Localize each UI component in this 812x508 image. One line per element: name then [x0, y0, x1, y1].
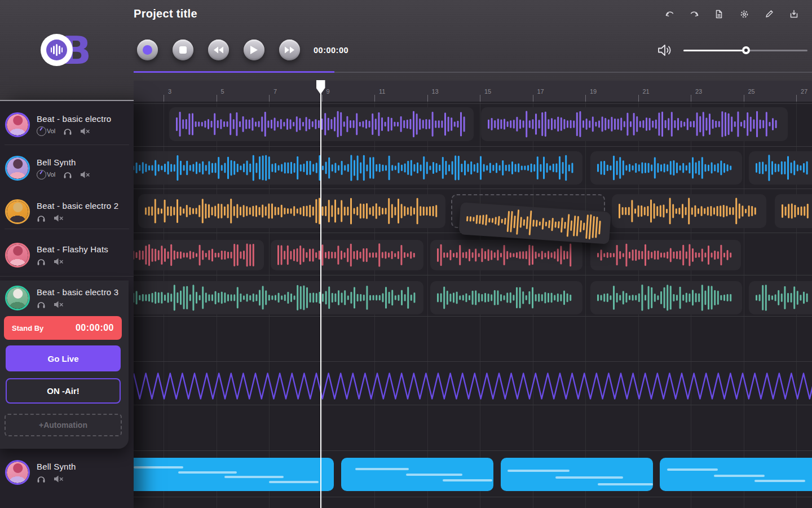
track-name: Beat - basic electro 2: [37, 201, 118, 211]
ruler-tick: [427, 95, 428, 102]
track-row[interactable]: Bell Synth: [0, 460, 134, 500]
midi-note: [443, 479, 492, 481]
add-automation-button[interactable]: +Automation: [5, 414, 122, 436]
midi-note: [224, 476, 284, 478]
mute-icon[interactable]: [81, 128, 90, 135]
audio-clip[interactable]: [138, 194, 445, 228]
track-name: Beat - basic electro 3: [37, 287, 118, 297]
midi-note: [754, 480, 805, 482]
go-live-button[interactable]: Go Live: [6, 345, 121, 371]
automation-wave[interactable]: [134, 373, 812, 400]
stop-button[interactable]: [173, 40, 193, 60]
headphones-icon[interactable]: [37, 214, 46, 222]
ruler-tick-label: 19: [590, 88, 597, 95]
track-row[interactable]: Bell SynthVol: [0, 156, 134, 195]
track-row[interactable]: Beat - basic electro 2: [0, 199, 134, 239]
track-row[interactable]: Beat - basic electro 3: [0, 286, 134, 325]
audio-clip[interactable]: [775, 194, 812, 228]
audio-clip[interactable]: [134, 151, 582, 185]
track-row[interactable]: Beat - basic electroVol: [0, 112, 134, 152]
ruler-tick: [164, 95, 164, 102]
ruler-tick-label: 13: [432, 88, 439, 95]
ruler-tick-label: 15: [484, 88, 491, 95]
transport-progress-bar[interactable]: [134, 71, 334, 73]
audio-clip[interactable]: [749, 281, 812, 314]
midi-note: [667, 468, 718, 471]
audio-clip[interactable]: [134, 240, 264, 270]
ruler-tick-label: 23: [695, 88, 702, 95]
save-icon[interactable]: [789, 9, 799, 19]
transport-progress-track[interactable]: [334, 72, 812, 73]
sidebar-divider: [5, 144, 129, 145]
time-display: 00:00:00: [314, 46, 348, 55]
midi-note: [555, 476, 623, 479]
volume-slider-thumb[interactable]: [742, 46, 750, 54]
rewind-button[interactable]: [208, 40, 229, 60]
audio-clip[interactable]: [481, 107, 788, 141]
playhead-line[interactable]: [320, 80, 321, 508]
volume-knob[interactable]: [37, 170, 46, 179]
sidebar-divider: [5, 229, 129, 229]
midi-clip[interactable]: [341, 458, 493, 491]
timeline-ruler[interactable]: 3579111315171921232527: [134, 81, 812, 102]
mute-icon[interactable]: [54, 258, 64, 265]
sidebar-divider: [0, 276, 134, 277]
record-button[interactable]: [137, 40, 158, 60]
forward-button[interactable]: [279, 40, 300, 60]
audio-clip[interactable]: [590, 240, 741, 270]
grid-line-vertical: [585, 102, 586, 508]
avatar-photo: [7, 244, 28, 266]
timeline-arrangement[interactable]: [134, 102, 812, 508]
grid-line-horizontal: [134, 275, 812, 275]
audio-clip[interactable]: [134, 281, 423, 314]
pencil-icon[interactable]: [764, 9, 774, 19]
headphones-icon[interactable]: [63, 170, 72, 179]
headphones-icon[interactable]: [37, 300, 46, 309]
volume-slider[interactable]: [683, 50, 807, 51]
settings-icon[interactable]: [739, 9, 749, 19]
audio-clip[interactable]: [430, 281, 582, 314]
mute-icon[interactable]: [81, 171, 90, 178]
audio-clip[interactable]: [590, 281, 742, 314]
track-name: Bell Synth: [37, 462, 76, 471]
midi-note: [178, 471, 237, 474]
avatar-photo: [7, 157, 28, 179]
audio-clip[interactable]: [749, 151, 812, 185]
grid-line-horizontal: [134, 497, 812, 497]
play-button[interactable]: [244, 40, 264, 60]
audio-clip[interactable]: [169, 107, 474, 141]
page-title: Project title: [134, 7, 197, 20]
mute-icon[interactable]: [54, 214, 64, 222]
sidebar-top-divider: [0, 100, 134, 101]
track-avatar: [5, 460, 30, 485]
ruler-tick: [322, 95, 323, 102]
audio-clip[interactable]: [612, 194, 766, 228]
redo-icon[interactable]: [689, 9, 699, 19]
ruler-tick: [796, 95, 797, 102]
document-icon[interactable]: [714, 9, 724, 19]
on-air-button[interactable]: ON -Air!: [6, 378, 121, 404]
audio-clip[interactable]: [590, 151, 742, 185]
headphones-icon[interactable]: [37, 257, 46, 266]
volume-knob[interactable]: [37, 126, 46, 136]
grid-line-horizontal: [134, 103, 812, 104]
track-avatar: [5, 112, 30, 137]
ruler-tick-label: 7: [273, 88, 277, 95]
grid-line-horizontal: [134, 405, 812, 405]
mute-icon[interactable]: [54, 475, 64, 483]
track-name: Beat - Flashy Hats: [37, 244, 108, 254]
grid-line-horizontal: [134, 316, 812, 317]
undo-icon[interactable]: [664, 9, 674, 19]
headphones-icon[interactable]: [37, 475, 46, 483]
ruler-tick-label: 25: [748, 88, 755, 95]
mute-icon[interactable]: [54, 301, 64, 308]
midi-clip[interactable]: [501, 458, 653, 491]
live-panel: Stand By00:00:00Go LiveON -Air!+Automati…: [0, 281, 129, 449]
audio-clip[interactable]: [271, 240, 423, 270]
midi-clip[interactable]: [660, 458, 812, 491]
midi-clip[interactable]: [134, 458, 334, 491]
audio-clip[interactable]: [430, 240, 582, 270]
midi-note: [598, 483, 653, 485]
volume-icon[interactable]: [658, 43, 674, 58]
headphones-icon[interactable]: [63, 127, 72, 135]
